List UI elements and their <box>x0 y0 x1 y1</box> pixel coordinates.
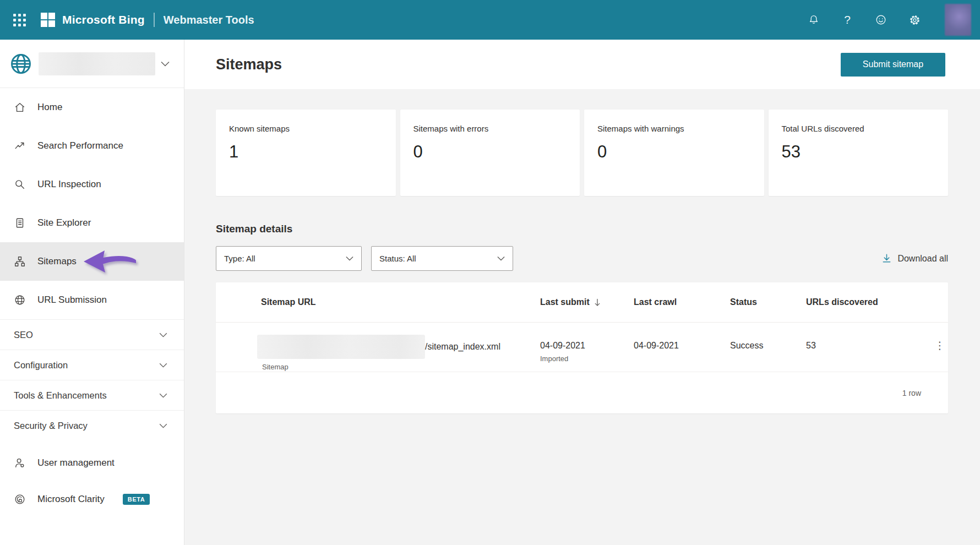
chevron-down-icon <box>159 363 167 368</box>
stat-label: Known sitemaps <box>229 124 383 133</box>
column-header-last-crawl: Last crawl <box>634 297 730 307</box>
section-heading: Sitemap details <box>216 223 948 235</box>
cell-status: Success <box>730 323 806 372</box>
sidebar-section-label: SEO <box>14 330 33 340</box>
sidebar: Home Search Performance URL Inspection S… <box>0 40 184 545</box>
site-selector[interactable] <box>0 40 184 88</box>
sitemaps-table: Sitemap URL Last submit Last crawl Statu… <box>216 282 948 413</box>
row-count: 1 row <box>902 389 921 397</box>
url-suffix: /sitemap_index.xml <box>425 342 500 352</box>
type-filter-value: Type: All <box>224 254 255 263</box>
stat-card-total-urls: Total URLs discovered 53 <box>769 110 949 196</box>
sitemap-icon <box>14 255 26 268</box>
row-kebab-menu-icon[interactable]: ⋮ <box>932 323 948 372</box>
microsoft-logo-icon <box>41 13 56 28</box>
brand-separator <box>154 13 155 27</box>
sidebar-section-label: Security & Privacy <box>14 421 88 431</box>
last-submit-date: 04-09-2021 <box>540 341 634 351</box>
sidebar-item-sitemaps[interactable]: Sitemaps <box>0 242 184 281</box>
table-row: /sitemap_index.xml Sitemap 04-09-2021 Im… <box>216 323 948 372</box>
settings-gear-icon[interactable] <box>903 9 925 31</box>
waffle-icon[interactable] <box>9 9 30 30</box>
sidebar-section-security-privacy[interactable]: Security & Privacy <box>0 410 184 440</box>
top-bar: Microsoft Bing Webmaster Tools ? <box>0 0 980 40</box>
account-avatar[interactable] <box>945 4 971 36</box>
sidebar-section-configuration[interactable]: Configuration <box>0 350 184 380</box>
globe-icon <box>14 294 26 306</box>
stat-label: Sitemaps with warnings <box>597 124 751 133</box>
status-filter-dropdown[interactable]: Status: All <box>371 246 513 271</box>
site-name-blurred <box>39 52 155 75</box>
sidebar-item-label: Search Performance <box>37 140 123 151</box>
feedback-smiley-icon[interactable] <box>870 9 892 31</box>
download-icon <box>881 253 892 264</box>
sidebar-item-microsoft-clarity[interactable]: Microsoft Clarity BETA <box>0 481 184 517</box>
column-header-last-submit[interactable]: Last submit <box>540 297 634 307</box>
sidebar-item-label: User management <box>37 457 115 468</box>
stats-row: Known sitemaps 1 Sitemaps with errors 0 … <box>216 110 948 196</box>
chevron-down-icon <box>159 333 167 337</box>
trend-icon <box>14 140 26 152</box>
chevron-down-icon <box>159 393 167 398</box>
document-icon <box>14 217 26 229</box>
brand-title[interactable]: Microsoft Bing <box>62 13 145 26</box>
url-domain-blurred <box>257 335 425 359</box>
type-filter-dropdown[interactable]: Type: All <box>216 246 362 271</box>
sidebar-item-label: URL Submission <box>37 295 107 306</box>
sort-descending-icon <box>594 298 601 307</box>
topbar-actions: ? <box>803 4 971 36</box>
sidebar-item-url-submission[interactable]: URL Submission <box>0 281 184 319</box>
stat-value: 53 <box>782 142 935 162</box>
cell-last-submit: 04-09-2021 Imported <box>540 323 634 372</box>
sidebar-section-tools-enhancements[interactable]: Tools & Enhancements <box>0 380 184 410</box>
site-globe-icon <box>9 52 33 76</box>
sidebar-item-label: Site Explorer <box>37 217 91 228</box>
download-all-label: Download all <box>897 254 948 264</box>
sidebar-section-label: Tools & Enhancements <box>14 390 107 401</box>
chevron-down-icon <box>159 423 167 428</box>
sidebar-item-user-management[interactable]: User management <box>0 445 184 481</box>
table-footer: 1 row <box>216 372 948 413</box>
sidebar-section-label: Configuration <box>14 360 68 370</box>
stat-label: Sitemaps with errors <box>413 124 567 133</box>
submit-sitemap-button[interactable]: Submit sitemap <box>841 53 945 77</box>
sitemap-type-note: Sitemap <box>262 363 540 371</box>
sidebar-item-home[interactable]: Home <box>0 88 184 127</box>
sidebar-section-seo[interactable]: SEO <box>0 319 184 350</box>
stat-label: Total URLs discovered <box>782 124 935 133</box>
sidebar-item-label: Sitemaps <box>37 256 77 267</box>
clarity-icon <box>14 493 26 505</box>
notifications-bell-icon[interactable] <box>803 9 825 31</box>
sidebar-item-label: URL Inspection <box>37 179 101 190</box>
sidebar-item-site-explorer[interactable]: Site Explorer <box>0 204 184 242</box>
beta-badge: BETA <box>123 494 150 505</box>
chevron-down-icon <box>161 61 170 67</box>
home-icon <box>14 101 26 113</box>
last-submit-note: Imported <box>540 355 634 363</box>
column-header-sitemap-url: Sitemap URL <box>216 297 540 307</box>
sidebar-item-label: Home <box>37 102 62 113</box>
download-all-button[interactable]: Download all <box>881 253 948 264</box>
stat-card-sitemaps-errors: Sitemaps with errors 0 <box>400 110 580 196</box>
page-title: Sitemaps <box>216 56 282 73</box>
table-header-row: Sitemap URL Last submit Last crawl Statu… <box>216 282 948 323</box>
sidebar-item-search-performance[interactable]: Search Performance <box>0 127 184 165</box>
annotation-arrow <box>83 249 138 274</box>
product-title[interactable]: Webmaster Tools <box>164 14 254 26</box>
column-header-label: Last submit <box>540 297 590 307</box>
main-content: Sitemaps Submit sitemap Known sitemaps 1… <box>184 40 980 545</box>
stat-card-known-sitemaps: Known sitemaps 1 <box>216 110 396 196</box>
cell-last-crawl: 04-09-2021 <box>634 323 730 372</box>
sidebar-item-url-inspection[interactable]: URL Inspection <box>0 165 184 204</box>
user-icon <box>14 457 26 469</box>
help-icon[interactable]: ? <box>836 9 858 31</box>
chevron-down-icon <box>346 256 353 261</box>
search-icon <box>14 178 26 190</box>
page-header: Sitemaps Submit sitemap <box>184 40 980 89</box>
stat-card-sitemaps-warnings: Sitemaps with warnings 0 <box>584 110 764 196</box>
stat-value: 1 <box>229 142 383 162</box>
stat-value: 0 <box>413 142 567 162</box>
filter-row: Type: All Status: All Download all <box>216 246 948 271</box>
cell-urls-discovered: 53 <box>806 323 932 372</box>
status-filter-value: Status: All <box>379 254 416 263</box>
